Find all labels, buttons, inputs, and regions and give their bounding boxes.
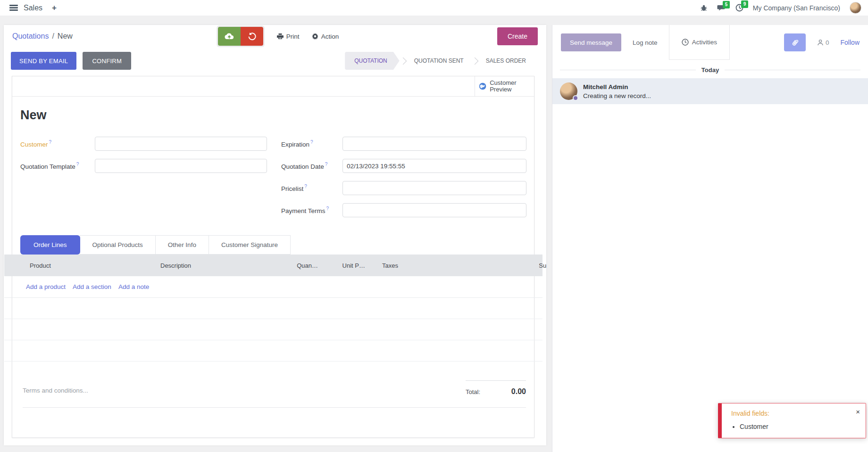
save-indicator: [217, 25, 265, 47]
control-panel-bottom: SEND BY EMAIL CONFIRM QUOTATION QUOTATIO…: [4, 50, 546, 71]
follow-button[interactable]: Follow: [841, 39, 860, 46]
discard-changes-button[interactable]: [241, 27, 263, 46]
chatter-toolbar: Send message Log note Activities 0 Follo…: [552, 25, 868, 60]
create-button[interactable]: Create: [497, 27, 538, 45]
messages-badge: 5: [723, 1, 730, 8]
debug-bug-icon[interactable]: [700, 4, 708, 12]
new-tab-button[interactable]: +: [52, 3, 57, 13]
presence-indicator: [573, 95, 578, 101]
print-menu[interactable]: Print: [277, 33, 300, 40]
sheet-footer: Terms and conditions... Total: 0.00: [23, 380, 526, 408]
gear-icon: [312, 33, 318, 40]
pricelist-input[interactable]: [342, 181, 526, 195]
breadcrumb-quotations[interactable]: Quotations: [12, 32, 49, 41]
paperclip-icon: [789, 37, 801, 48]
log-note-button[interactable]: Log note: [621, 33, 669, 51]
close-icon[interactable]: ×: [856, 408, 860, 415]
cloud-upload-icon: [224, 32, 234, 41]
col-subtotal[interactable]: Subtotal: [505, 262, 546, 269]
tab-optional-products[interactable]: Optional Products: [80, 235, 156, 255]
toast-title: Invalid fields:: [731, 410, 859, 417]
col-product[interactable]: Product: [30, 262, 160, 269]
user-avatar[interactable]: [850, 2, 861, 14]
tab-other-info[interactable]: Other Info: [155, 235, 209, 255]
add-a-product-link[interactable]: Add a product: [26, 283, 66, 290]
attach-files-button[interactable]: [784, 33, 806, 51]
customer-input[interactable]: [95, 137, 267, 151]
main-panel: Quotations / New Print Action Creat: [4, 25, 546, 445]
col-quantity[interactable]: Quan…: [269, 262, 318, 269]
expiration-label: Expiration?: [267, 140, 342, 148]
breadcrumb-separator: /: [52, 32, 54, 41]
notebook-tabs: Order Lines Optional Products Other Info…: [20, 235, 534, 255]
sheet-header-strip: Customer Preview: [12, 76, 534, 97]
send-message-button[interactable]: Send message: [561, 33, 621, 51]
customer-preview-button[interactable]: Customer Preview: [475, 76, 534, 96]
help-icon: ?: [304, 184, 307, 189]
followers-counter[interactable]: 0: [817, 39, 829, 46]
order-lines-add-row: Add a product Add a section Add a note: [4, 276, 542, 298]
help-icon: ?: [326, 206, 329, 211]
menu-toggle-icon[interactable]: [9, 5, 18, 11]
quotation-template-label: Quotation Template?: [20, 162, 95, 170]
payment-terms-label: Payment Terms?: [267, 206, 342, 214]
app-menu-sales[interactable]: Sales: [24, 4, 42, 12]
message-author[interactable]: Mitchell Admin: [583, 82, 651, 90]
clock-icon: [682, 39, 689, 46]
col-unit-price[interactable]: Unit P…: [318, 262, 365, 269]
confirm-button[interactable]: CONFIRM: [83, 52, 131, 70]
printer-icon: [277, 33, 284, 40]
status-sales-order[interactable]: SALES ORDER: [478, 52, 534, 70]
undo-icon: [248, 32, 256, 41]
followers-count: 0: [826, 39, 829, 46]
activities-clock-icon[interactable]: 9: [735, 4, 743, 12]
messages-icon[interactable]: 5: [717, 4, 726, 12]
empty-row: [4, 298, 542, 319]
tab-customer-signature[interactable]: Customer Signature: [209, 235, 291, 255]
terms-and-conditions-input[interactable]: Terms and conditions...: [23, 380, 88, 396]
record-title[interactable]: New: [20, 108, 534, 123]
tab-order-lines[interactable]: Order Lines: [20, 235, 80, 255]
person-icon: [817, 39, 824, 46]
expiration-input[interactable]: [342, 137, 526, 151]
totals-block: Total: 0.00: [466, 380, 526, 396]
chevron-right-icon: [471, 57, 478, 65]
form-sheet: Customer Preview New Customer? Expiratio…: [12, 76, 534, 438]
today-divider: Today: [560, 66, 860, 74]
empty-row: [4, 319, 542, 340]
quotation-date-label: Quotation Date?: [267, 162, 342, 170]
breadcrumb: Quotations / New: [12, 32, 73, 41]
help-icon: ?: [49, 140, 52, 145]
add-a-note-link[interactable]: Add a note: [118, 283, 149, 290]
quotation-date-input[interactable]: [342, 159, 526, 173]
send-by-email-button[interactable]: SEND BY EMAIL: [11, 52, 76, 70]
save-record-button[interactable]: [218, 27, 241, 46]
message-text: Creating a new record...: [583, 92, 651, 99]
breadcrumb-current: New: [58, 32, 73, 41]
chatter-message: Mitchell Admin Creating a new record...: [552, 78, 868, 104]
action-label: Action: [321, 33, 339, 40]
pricelist-label: Pricelist?: [267, 184, 342, 192]
col-description[interactable]: Description: [160, 262, 269, 269]
col-taxes[interactable]: Taxes: [365, 262, 505, 269]
print-label: Print: [286, 33, 300, 40]
total-value: 0.00: [511, 387, 526, 396]
payment-terms-input[interactable]: [342, 203, 526, 217]
activities-label: Activities: [692, 39, 717, 46]
activities-button[interactable]: Activities: [669, 25, 730, 60]
quotation-template-input[interactable]: [95, 159, 267, 173]
top-navbar: Sales + 5 9 My Company (San Francisco): [0, 0, 868, 16]
total-label: Total:: [466, 388, 480, 395]
status-quotation[interactable]: QUOTATION: [345, 52, 400, 70]
activities-badge: 9: [741, 0, 749, 8]
action-menu[interactable]: Action: [312, 33, 339, 40]
help-icon: ?: [325, 162, 328, 167]
status-quotation-sent[interactable]: QUOTATION SENT: [407, 52, 471, 70]
company-switcher[interactable]: My Company (San Francisco): [753, 4, 840, 12]
globe-icon: [479, 82, 486, 91]
help-icon: ?: [76, 162, 79, 167]
customer-label: Customer?: [20, 140, 95, 148]
add-a-section-link[interactable]: Add a section: [73, 283, 111, 290]
invalid-fields-toast: Invalid fields: × Customer: [718, 403, 866, 438]
invalid-field-item: Customer: [740, 423, 859, 430]
